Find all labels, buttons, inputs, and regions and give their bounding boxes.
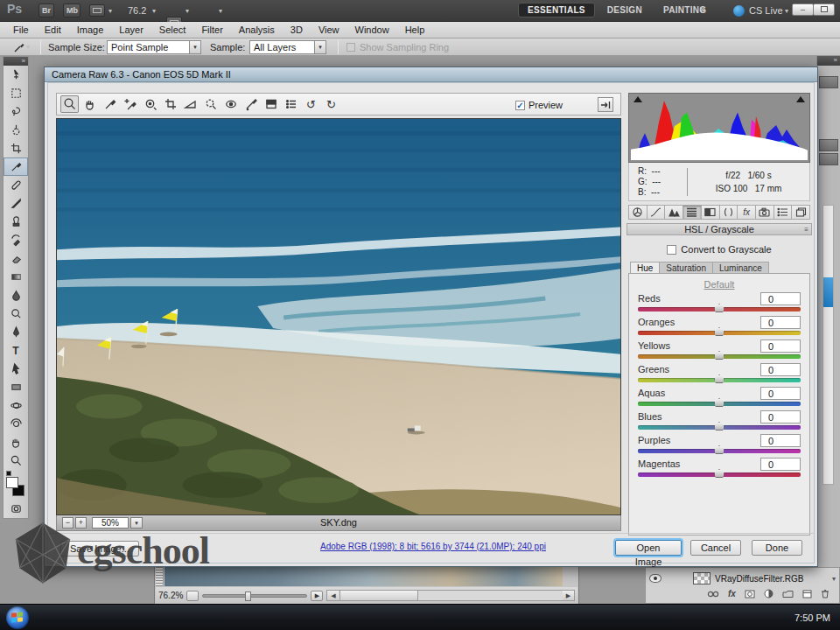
start-button[interactable] — [6, 606, 29, 629]
menu-analysis[interactable]: Analysis — [231, 22, 283, 38]
preferences-icon[interactable] — [282, 95, 300, 113]
slider-value-input[interactable]: 0 — [760, 387, 801, 400]
zoom-level-select[interactable]: 50% — [92, 517, 129, 528]
rotate-right-icon[interactable]: ↻ — [322, 95, 340, 113]
3d-rotate-tool[interactable] — [4, 396, 28, 415]
slider-track[interactable] — [638, 331, 801, 335]
eraser-tool[interactable] — [4, 249, 28, 268]
shadow-clipping-indicator[interactable] — [634, 96, 642, 102]
screen-mode-dropdown-arrow[interactable]: ▾ — [219, 0, 222, 22]
collapsed-panel-header[interactable] — [819, 139, 838, 151]
new-layer-icon[interactable] — [802, 590, 812, 598]
history-brush-tool[interactable] — [4, 231, 28, 249]
open-image-button[interactable]: Open Image — [615, 540, 682, 556]
white-balance-tool[interactable] — [101, 95, 119, 113]
minimize-button[interactable]: – — [792, 4, 814, 16]
panel-collapse-chevron[interactable]: » — [817, 56, 840, 66]
path-selection-tool[interactable] — [4, 360, 28, 378]
shape-tool[interactable] — [4, 378, 28, 396]
view-extras-icon[interactable] — [89, 4, 105, 17]
crop-tool[interactable] — [161, 95, 179, 113]
tab-lens-corrections-icon[interactable] — [720, 205, 738, 220]
slider-value-input[interactable]: 0 — [760, 292, 801, 305]
layer-style-fx-icon[interactable]: fx — [728, 589, 736, 598]
slider-value-input[interactable]: 0 — [760, 458, 801, 471]
view-extras-dropdown-arrow[interactable]: ▾ — [108, 0, 112, 22]
targeted-adjustment-tool[interactable] — [141, 95, 159, 113]
zoom-tool[interactable] — [60, 95, 79, 113]
arrange-documents-dropdown-arrow[interactable]: ▾ — [186, 0, 189, 22]
tab-presets-icon[interactable] — [774, 205, 793, 220]
collapsed-panel-header[interactable] — [819, 76, 838, 88]
tab-detail-icon[interactable] — [665, 205, 683, 220]
slider-track[interactable] — [638, 425, 801, 430]
sample-select[interactable]: All Layers ▾ — [249, 40, 326, 54]
highlight-clipping-indicator[interactable] — [796, 96, 805, 102]
workspace-overflow-chevron[interactable]: » — [700, 4, 705, 14]
scrollbar-thumb[interactable] — [340, 591, 418, 600]
slider-track[interactable] — [638, 307, 801, 312]
hand-tool[interactable] — [4, 433, 28, 452]
panel-collapse-chevron[interactable]: » — [4, 57, 28, 66]
tab-effects-icon[interactable]: fx — [738, 205, 756, 220]
default-colors-icon[interactable] — [6, 471, 11, 476]
restore-button[interactable] — [813, 4, 835, 16]
cs-live-dropdown-arrow[interactable]: ▾ — [785, 0, 788, 22]
hand-tool[interactable] — [80, 95, 99, 113]
pen-tool[interactable] — [4, 323, 28, 341]
menu-filter[interactable]: Filter — [193, 22, 230, 38]
workspace-tab-essentials[interactable]: ESSENTIALS — [518, 3, 595, 18]
quick-mask-button[interactable] — [4, 500, 28, 518]
dodge-tool[interactable] — [4, 304, 28, 323]
layer-row[interactable]: VRayDiffuseFilter.RGB ▾ — [646, 570, 839, 587]
delete-layer-icon[interactable] — [821, 589, 830, 598]
menu-image[interactable]: Image — [69, 22, 112, 38]
menu-help[interactable]: Help — [397, 22, 433, 38]
crop-tool[interactable] — [4, 139, 28, 158]
zoom-in-button[interactable]: + — [75, 517, 87, 528]
slider-value-input[interactable]: 0 — [760, 340, 801, 353]
move-tool[interactable] — [4, 66, 28, 84]
scroll-right-arrow[interactable]: ▶ — [563, 591, 574, 600]
tab-basic-icon[interactable] — [628, 205, 648, 220]
add-mask-icon[interactable] — [745, 590, 755, 598]
straighten-tool[interactable] — [181, 95, 200, 113]
menu-view[interactable]: View — [311, 22, 347, 38]
link-layers-icon[interactable] — [707, 590, 719, 598]
marquee-tool[interactable] — [4, 84, 28, 102]
workflow-options-link[interactable]: Adobe RGB (1998); 8 bit; 5616 by 3744 (2… — [258, 542, 608, 551]
panel-menu-icon[interactable]: ≡ — [804, 226, 808, 234]
workspace-tab-design[interactable]: DESIGN — [598, 3, 651, 18]
layer-thumbnail[interactable] — [693, 572, 710, 584]
slider-value-input[interactable]: 0 — [760, 434, 801, 447]
slider-track[interactable] — [638, 354, 801, 359]
scroll-left-arrow[interactable]: ◀ — [327, 591, 339, 600]
zoom-dropdown-arrow[interactable]: ▾ — [152, 0, 156, 22]
cs-live-label[interactable]: CS Live — [749, 0, 783, 22]
tab-snapshots-icon[interactable] — [792, 205, 810, 220]
rotate-left-icon[interactable]: ↺ — [302, 95, 320, 113]
zoom-slider-thumb[interactable] — [245, 592, 251, 601]
slider-value-input[interactable]: 0 — [760, 316, 801, 329]
adjustment-brush-tool[interactable] — [242, 95, 260, 113]
cancel-button[interactable]: Cancel — [690, 540, 741, 556]
type-tool[interactable]: T — [4, 341, 28, 360]
graduated-filter-tool[interactable] — [262, 95, 280, 113]
tab-hsl-grayscale-icon[interactable] — [683, 205, 702, 220]
quick-selection-tool[interactable] — [4, 121, 28, 139]
collapsed-panel-header[interactable] — [819, 153, 838, 165]
panel-scroll-arrow[interactable]: ▾ — [832, 575, 836, 583]
slider-value-input[interactable]: 0 — [760, 363, 801, 376]
done-button[interactable]: Done — [752, 540, 802, 556]
menu-edit[interactable]: Edit — [37, 22, 69, 38]
slider-track[interactable] — [638, 402, 801, 406]
horizontal-scrollbar[interactable]: ◀ ▶ — [326, 590, 575, 601]
color-sampler-tool[interactable] — [121, 95, 139, 113]
zoom-in-arrow[interactable]: ▶ — [311, 591, 323, 601]
workspace-tab-painting[interactable]: PAINTING — [654, 3, 715, 18]
dialog-title-bar[interactable]: Camera Raw 6.3 - Canon EOS 5D Mark II — [45, 67, 817, 82]
eyedropper-tool[interactable] — [4, 158, 28, 176]
menu-file[interactable]: File — [5, 22, 37, 38]
lasso-tool[interactable] — [4, 102, 28, 121]
bridge-button[interactable]: Br — [38, 4, 54, 18]
